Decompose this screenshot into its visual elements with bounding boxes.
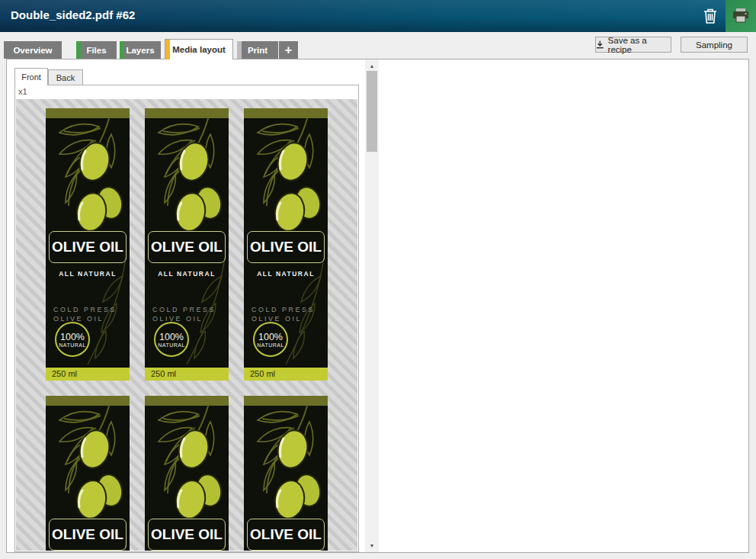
- label-tagline: ALL NATURAL: [145, 270, 229, 278]
- olive-branch-illustration: [244, 117, 328, 232]
- olive-oil-label-preview: OLIVE OIL ALL NATURAL COLD PRESS OLIVE O…: [46, 108, 130, 381]
- label-type-text: COLD PRESS OLIVE OIL: [152, 305, 216, 323]
- label-volume-band: 250 ml: [46, 368, 130, 381]
- save-as-recipe-button[interactable]: Save as a recipe: [595, 37, 671, 53]
- sampling-button[interactable]: Sampling: [681, 37, 748, 53]
- tab-print[interactable]: Print: [237, 41, 278, 59]
- plus-icon: +: [285, 43, 292, 57]
- copies-count-label: x1: [15, 85, 358, 98]
- label-title-frame: OLIVE OIL: [49, 519, 127, 551]
- tab-front[interactable]: Front: [14, 68, 48, 85]
- label-title: OLIVE OIL: [250, 239, 322, 255]
- arrow-down-icon[interactable]: ▼: [365, 540, 379, 551]
- label-type-text: COLD PRESS OLIVE OIL: [53, 305, 117, 323]
- label-percent-badge: 100% NATURAL: [154, 322, 189, 357]
- olive-oil-label-preview: OLIVE OIL ALL NATURAL COLD PRESS OLIVE O…: [145, 396, 229, 551]
- media-preview-box: x1: [14, 85, 359, 552]
- tab-back[interactable]: Back: [48, 69, 83, 85]
- tab-media-layout[interactable]: Media layout: [165, 39, 233, 59]
- label-tagline: ALL NATURAL: [46, 270, 130, 278]
- titlebar: Double_sided2.pdf #62: [0, 0, 756, 32]
- olive-oil-label-preview: OLIVE OIL ALL NATURAL COLD PRESS OLIVE O…: [244, 396, 328, 551]
- download-icon: [596, 40, 604, 49]
- label-grid: OLIVE OIL ALL NATURAL COLD PRESS OLIVE O…: [46, 108, 328, 551]
- label-percent-badge: 100% NATURAL: [253, 322, 288, 357]
- tab-overview[interactable]: Overview: [4, 41, 62, 59]
- olive-branch-illustration: [46, 405, 130, 519]
- tab-layers[interactable]: Layers: [120, 41, 161, 59]
- label-volume-band: 250 ml: [145, 368, 229, 381]
- label-title: OLIVE OIL: [151, 526, 223, 543]
- scrollbar-thumb[interactable]: [367, 71, 377, 152]
- label-title-frame: OLIVE OIL: [247, 231, 325, 263]
- label-title: OLIVE OIL: [151, 239, 223, 255]
- trash-icon[interactable]: [703, 8, 718, 24]
- olive-branch-illustration: [46, 117, 130, 232]
- olive-oil-label-preview: OLIVE OIL ALL NATURAL COLD PRESS OLIVE O…: [145, 108, 229, 381]
- label-title-frame: OLIVE OIL: [148, 519, 226, 551]
- label-type-text: COLD PRESS OLIVE OIL: [251, 305, 315, 323]
- label-percent-badge: 100% NATURAL: [55, 322, 90, 357]
- window-title: Double_sided2.pdf #62: [11, 8, 135, 21]
- label-row: OLIVE OIL ALL NATURAL COLD PRESS OLIVE O…: [46, 108, 328, 381]
- olive-oil-label-preview: OLIVE OIL ALL NATURAL COLD PRESS OLIVE O…: [244, 108, 328, 381]
- label-title: OLIVE OIL: [52, 239, 123, 255]
- arrow-up-icon[interactable]: ▲: [365, 60, 379, 72]
- main-panel: Front Back x1: [6, 59, 749, 553]
- label-title-frame: OLIVE OIL: [247, 519, 325, 551]
- label-volume-band: 250 ml: [244, 368, 328, 381]
- label-tagline: ALL NATURAL: [244, 270, 328, 278]
- vertical-scrollbar[interactable]: ▲ ▼: [365, 59, 379, 552]
- label-title-frame: OLIVE OIL: [148, 231, 226, 263]
- olive-branch-illustration: [244, 405, 328, 519]
- label-title: OLIVE OIL: [250, 526, 322, 543]
- printer-icon[interactable]: [726, 0, 756, 32]
- label-title: OLIVE OIL: [52, 526, 123, 543]
- label-title-frame: OLIVE OIL: [49, 231, 127, 263]
- media-background-pattern: OLIVE OIL ALL NATURAL COLD PRESS OLIVE O…: [16, 99, 357, 551]
- label-row: OLIVE OIL ALL NATURAL COLD PRESS OLIVE O…: [46, 396, 328, 551]
- olive-branch-illustration: [145, 117, 229, 232]
- add-tab-button[interactable]: +: [279, 41, 298, 59]
- tab-files[interactable]: Files: [76, 41, 117, 59]
- olive-oil-label-preview: OLIVE OIL ALL NATURAL COLD PRESS OLIVE O…: [46, 396, 130, 551]
- olive-branch-illustration: [145, 405, 229, 519]
